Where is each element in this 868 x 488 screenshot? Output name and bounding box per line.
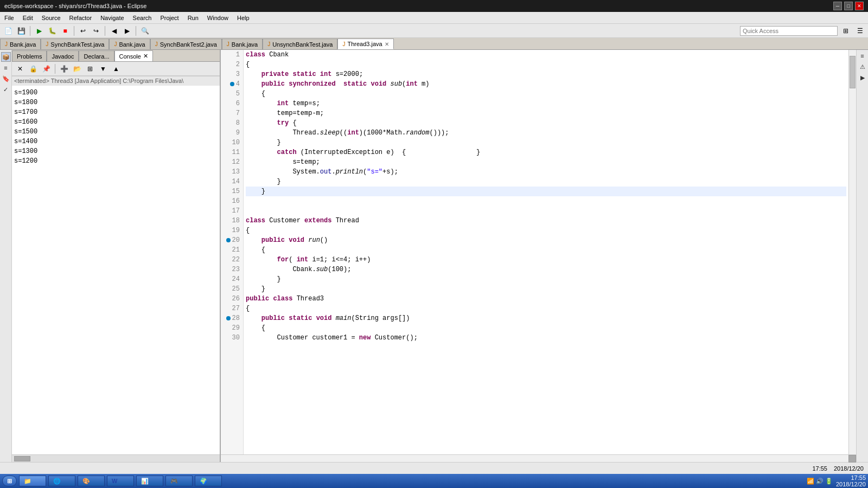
line-num-9: 9	[224, 128, 240, 138]
hscroll-btn[interactable]	[848, 455, 856, 463]
stop-button[interactable]: ■	[59, 25, 71, 37]
search-toolbar-button[interactable]: 🔍	[139, 25, 151, 37]
line-num-10: 10	[224, 138, 240, 147]
menu-run[interactable]: Run	[183, 12, 203, 23]
undo-button[interactable]: ↩	[77, 25, 89, 37]
console-line: s=1500	[14, 127, 218, 137]
menu-file[interactable]: File	[0, 12, 18, 23]
toolbar-extra-btn1[interactable]: ⊞	[840, 25, 852, 37]
quick-access-input[interactable]	[740, 26, 838, 36]
maximize-button[interactable]: □	[844, 2, 853, 10]
package-explorer-icon[interactable]: 📦	[1, 52, 11, 62]
java-icon: J	[342, 41, 345, 47]
code-line-2: {	[246, 60, 846, 69]
console-layout-btn[interactable]: ⊞	[84, 63, 96, 75]
tab-synchbanktest[interactable]: J SynchBankTest.java	[41, 38, 109, 49]
console-hscrollbar[interactable]	[12, 454, 220, 462]
code-line-30: Customer customer1 = new Customer();	[246, 333, 846, 343]
system-tray: 📶 🔊 🔋	[807, 478, 833, 485]
code-content[interactable]: class Cbank { private static int s=2000;…	[244, 50, 848, 454]
console-clear-btn[interactable]: ✕	[14, 63, 26, 75]
console-status: <terminated> Thread3 [Java Application] …	[12, 76, 220, 86]
console-line: s=1600	[14, 117, 218, 127]
clock-date: 2018/12/20	[836, 481, 866, 487]
console-maximize-btn[interactable]: ▲	[110, 63, 122, 75]
editor-panel: 1 2 3 4 5 6 7 8 9 10 11 12 13 14 15 16 1…	[221, 50, 856, 462]
tab-problems[interactable]: Problems	[12, 50, 47, 61]
code-line-3: private static int s=2000;	[246, 69, 846, 79]
line-num-18: 18	[224, 216, 240, 226]
code-line-6: int temp=s;	[246, 99, 846, 108]
taskbar-folder-item[interactable]: 📁	[19, 476, 46, 486]
debug-button[interactable]: 🐛	[46, 25, 58, 37]
menu-edit[interactable]: Edit	[18, 12, 37, 23]
redo-button[interactable]: ↪	[90, 25, 102, 37]
console-view-icon[interactable]: ▶	[858, 73, 867, 82]
tab-bank2[interactable]: J Bank.java	[109, 38, 150, 49]
run-button[interactable]: ▶	[33, 25, 45, 37]
sound-icon: 🔊	[816, 478, 824, 485]
forward-button[interactable]: ▶	[121, 25, 133, 37]
minimize-button[interactable]: ─	[833, 2, 842, 10]
console-tab-close-icon[interactable]: ✕	[143, 53, 148, 60]
code-line-9: Thread.sleep((int)(1000*Math.random()));	[246, 128, 846, 138]
console-minimize-btn[interactable]: ▼	[97, 63, 109, 75]
back-button[interactable]: ◀	[108, 25, 120, 37]
line-num-15: 15	[224, 187, 240, 196]
taskbar-game-item[interactable]: 🎮	[165, 476, 193, 486]
line-num-6: 6	[224, 99, 240, 108]
menu-navigate[interactable]: Navigate	[96, 12, 128, 23]
outline-view-icon[interactable]: ≡	[858, 51, 867, 61]
console-new-btn[interactable]: ➕	[58, 63, 70, 75]
taskbar-right: 📶 🔊 🔋 17:55 2018/12/20	[807, 474, 866, 487]
code-line-12: s=temp;	[246, 157, 846, 167]
tasks-icon[interactable]: ✓	[1, 85, 11, 94]
taskbar-word-item[interactable]: W	[107, 476, 134, 486]
menu-refactor[interactable]: Refactor	[65, 12, 97, 23]
console-scroll-lock-btn[interactable]: 🔒	[27, 63, 39, 75]
tab-close-icon[interactable]: ✕	[385, 41, 389, 47]
console-line: s=1700	[14, 107, 218, 117]
taskbar-browser-item[interactable]: 🌐	[48, 476, 75, 486]
taskbar-photo-item[interactable]: 🎨	[78, 476, 105, 486]
line-num-16: 16	[224, 196, 240, 206]
vscroll-thumb[interactable]	[850, 56, 856, 88]
line-num-4: 4	[224, 79, 240, 89]
tab-bank1[interactable]: J Bank.java	[0, 38, 41, 49]
line-num-20: 20	[224, 235, 240, 245]
ie-icon: 🌍	[200, 478, 207, 485]
tab-bank3[interactable]: J Bank.java	[222, 38, 263, 49]
menu-window[interactable]: Window	[203, 12, 233, 23]
taskbar-ie-item[interactable]: 🌍	[195, 476, 222, 486]
editor-hscroll[interactable]	[221, 454, 856, 462]
start-button[interactable]: ⊞	[2, 476, 17, 486]
code-line-13: System.out.println("s="+s);	[246, 167, 846, 177]
toolbar-extra-btn2[interactable]: ☰	[854, 25, 866, 37]
close-button[interactable]: ✕	[855, 2, 864, 10]
line-num-23: 23	[224, 265, 240, 274]
new-button[interactable]: 📄	[2, 25, 14, 37]
console-open-file-btn[interactable]: 📂	[71, 63, 83, 75]
outline-icon[interactable]: ≡	[1, 63, 11, 73]
tab-console[interactable]: Console ✕	[114, 50, 153, 61]
menu-project[interactable]: Project	[156, 12, 183, 23]
code-line-4: public synchronized static void sub(int …	[246, 79, 846, 89]
code-line-25: }	[246, 284, 846, 294]
bookmarks-icon[interactable]: 🔖	[1, 74, 11, 84]
tab-thread3[interactable]: J Thread3.java ✕	[337, 38, 393, 49]
console-pin-btn[interactable]: 📌	[40, 63, 52, 75]
menu-help[interactable]: Help	[233, 12, 254, 23]
menu-source[interactable]: Source	[37, 12, 65, 23]
tab-unsynchbanktest[interactable]: J UnsynchBankTest.java	[263, 38, 337, 49]
tab-declaration[interactable]: Declara...	[79, 50, 114, 61]
editor-vscroll[interactable]	[848, 50, 856, 454]
statusbar: 17:55 2018/12/20	[0, 462, 868, 474]
java-icon: J	[114, 41, 117, 47]
menu-search[interactable]: Search	[129, 12, 156, 23]
save-button[interactable]: 💾	[15, 25, 27, 37]
tab-synchbanktest2[interactable]: J SynchBankTest2.java	[150, 38, 222, 49]
menu-bar: File Edit Source Refactor Navigate Searc…	[0, 12, 868, 24]
tab-javadoc[interactable]: Javadoc	[47, 50, 79, 61]
taskbar-excel-item[interactable]: 📊	[136, 476, 163, 486]
problems-view-icon[interactable]: ⚠	[858, 62, 867, 72]
